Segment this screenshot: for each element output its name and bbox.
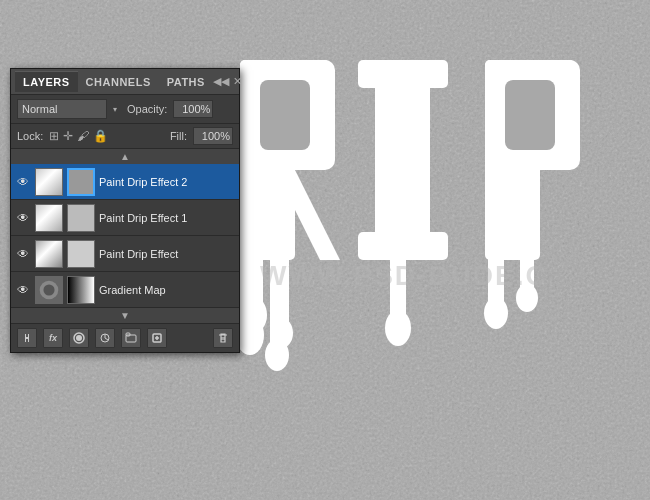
svg-point-30 — [76, 335, 82, 341]
lock-icons-group: ⊞ ✛ 🖌 🔒 — [49, 129, 108, 143]
svg-point-26 — [265, 339, 289, 371]
fill-input[interactable] — [193, 127, 233, 145]
layer-thumbnail-3b — [67, 240, 95, 268]
eye-icon-layer1[interactable]: 👁 — [15, 174, 31, 190]
layer-thumbnail-4b — [67, 276, 95, 304]
svg-rect-4 — [260, 80, 310, 150]
layer-thumbnail-4a — [35, 276, 63, 304]
rip-text-artwork — [230, 50, 640, 470]
layer-thumbnail-3 — [35, 240, 63, 268]
svg-rect-11 — [358, 60, 448, 88]
canvas-background: WWW.PSD-DUDE.C LAYERS CHANNELS PATHS ◀◀ … — [0, 0, 650, 500]
layers-list: 👁 Paint Drip Effect 2 👁 Paint Drip E — [11, 164, 239, 308]
fx-button[interactable]: fx — [43, 328, 63, 348]
svg-point-28 — [43, 284, 54, 295]
layer-name-4: Gradient Map — [99, 284, 235, 296]
opacity-input[interactable] — [173, 100, 213, 118]
lock-move-icon[interactable]: ✛ — [63, 129, 73, 143]
lock-row: Lock: ⊞ ✛ 🖌 🔒 Fill: — [11, 124, 239, 149]
panel-tabs-bar: LAYERS CHANNELS PATHS ◀◀ ✕ — [11, 69, 239, 95]
svg-point-20 — [484, 297, 508, 329]
blend-mode-select[interactable]: Normal Dissolve Multiply Screen Overlay — [17, 99, 107, 119]
layer-thumbnail-2 — [35, 204, 63, 232]
fill-label: Fill: — [170, 130, 187, 142]
eye-icon-layer2[interactable]: 👁 — [15, 210, 31, 226]
layer-name-1: Paint Drip Effect 2 — [99, 176, 235, 188]
svg-rect-10 — [375, 60, 430, 260]
svg-rect-18 — [505, 80, 555, 150]
panel-close-icon[interactable]: ✕ — [233, 75, 242, 88]
lock-label: Lock: — [17, 130, 43, 142]
layer-thumbnail-1b — [67, 168, 95, 196]
scroll-up-arrow[interactable]: ▲ — [11, 149, 239, 164]
panel-collapse-icon[interactable]: ◀◀ — [213, 75, 229, 88]
group-button[interactable] — [121, 328, 141, 348]
layer-thumbnail-2b — [67, 204, 95, 232]
lock-all-icon[interactable]: 🔒 — [93, 129, 108, 143]
adjustment-button[interactable] — [95, 328, 115, 348]
svg-point-24 — [236, 315, 264, 355]
layer-item-paint-drip-1[interactable]: 👁 Paint Drip Effect 1 — [11, 200, 239, 236]
svg-rect-25 — [270, 250, 285, 350]
scroll-down-arrow[interactable]: ▼ — [11, 308, 239, 323]
svg-point-22 — [516, 284, 538, 312]
tab-layers[interactable]: LAYERS — [15, 71, 78, 92]
layer-thumbnail-1 — [35, 168, 63, 196]
eye-icon-layer3[interactable]: 👁 — [15, 246, 31, 262]
svg-point-14 — [385, 310, 411, 346]
blend-mode-row: Normal Dissolve Multiply Screen Overlay … — [11, 95, 239, 124]
layer-name-3: Paint Drip Effect — [99, 248, 235, 260]
tab-paths[interactable]: PATHS — [159, 72, 213, 92]
panel-header-icons: ◀◀ ✕ — [213, 75, 242, 88]
layer-item-paint-drip[interactable]: 👁 Paint Drip Effect — [11, 236, 239, 272]
opacity-label: Opacity: — [127, 103, 167, 115]
tab-channels[interactable]: CHANNELS — [78, 72, 159, 92]
eye-icon-layer4[interactable]: 👁 — [15, 282, 31, 298]
layer-name-2: Paint Drip Effect 1 — [99, 212, 235, 224]
mask-button[interactable] — [69, 328, 89, 348]
lock-paint-icon[interactable]: 🖌 — [77, 129, 89, 143]
delete-layer-button[interactable] — [213, 328, 233, 348]
blend-chevron-icon: ▾ — [113, 105, 121, 114]
layer-item-paint-drip-2[interactable]: 👁 Paint Drip Effect 2 — [11, 164, 239, 200]
lock-checkerboard-icon[interactable]: ⊞ — [49, 129, 59, 143]
layer-item-gradient-map[interactable]: 👁 Gradient Map — [11, 272, 239, 308]
panel-toolbar: fx — [11, 323, 239, 352]
new-layer-button[interactable] — [147, 328, 167, 348]
link-layers-button[interactable] — [17, 328, 37, 348]
layers-panel: LAYERS CHANNELS PATHS ◀◀ ✕ Normal Dissol… — [10, 68, 240, 353]
